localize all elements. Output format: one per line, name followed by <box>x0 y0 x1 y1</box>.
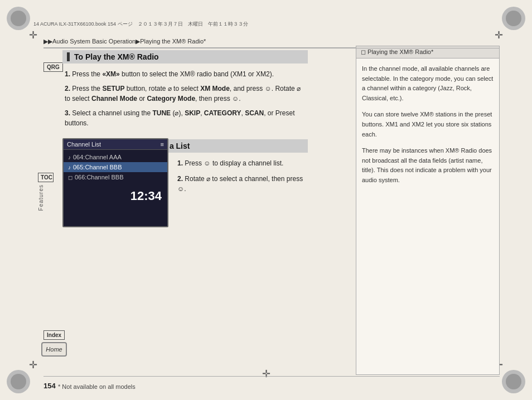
toc-sidebar: TOC Features <box>38 173 54 211</box>
corner-decoration-br <box>502 370 525 393</box>
row2-number: 065: <box>73 164 85 170</box>
s2-step2-number: 2. <box>177 175 183 183</box>
row2-icon: ♪ <box>68 164 71 170</box>
bottom-rule <box>43 376 500 377</box>
qrg-label[interactable]: QRG <box>43 62 63 72</box>
right-panel-para-1: In the channel mode, all available chann… <box>362 64 494 103</box>
screen-content: ♪ 064:Channel AAA ♪ 065:Channel BBB ◻ 06… <box>64 150 167 184</box>
s2-step1-number: 1. <box>177 159 183 167</box>
screen-menu-icon: ≡ <box>161 141 164 148</box>
right-panel-para-3: There may be instances when XM® Radio do… <box>362 146 494 185</box>
right-panel: ◻ Playing the XM® Radio* In the channel … <box>356 46 500 375</box>
screen-title: Channel List <box>67 141 101 148</box>
page-footnote: * Not available on all models <box>58 383 136 390</box>
row3-number: 066: <box>75 174 86 181</box>
screen-row-3: ◻ 066:Channel BBB <box>64 172 167 182</box>
section1-title-bar <box>67 52 70 61</box>
corner-decoration-tr <box>502 7 525 30</box>
page-number: 154 <box>43 382 56 390</box>
channel-list-screen: Channel List ≡ ♪ 064:Channel AAA ♪ 065:C… <box>62 138 168 227</box>
right-panel-body: In the channel mode, all available chann… <box>356 58 499 198</box>
corner-decoration-bl <box>7 370 30 393</box>
toc-text: Features <box>38 184 44 211</box>
section2-step2: 2. Rotate ⌀ to select a channel, then pr… <box>177 174 306 194</box>
row1-number: 064: <box>73 154 85 160</box>
section2-step1: 1. Press ☺ to display a channel list. <box>177 158 306 168</box>
toc-label[interactable]: TOC <box>38 173 54 182</box>
row3-icon: ◻ <box>68 174 72 181</box>
step3-number: 3. <box>65 109 70 117</box>
right-panel-para-2: You can store twelve XM® stations in the… <box>362 110 494 139</box>
section1-title-row: To Play the XM® Radio <box>62 50 308 64</box>
screen-header: Channel List ≡ <box>64 139 167 150</box>
step1: 1. Press the «XM» button to select the X… <box>62 69 308 79</box>
right-panel-title-text: Playing the XM® Radio* <box>367 48 433 55</box>
row1-icon: ♪ <box>68 154 71 160</box>
right-panel-title-check: ◻ <box>361 48 366 55</box>
screen-row-1: ♪ 064:Channel AAA <box>64 152 167 162</box>
section1: To Play the XM® Radio 1. Press the «XM» … <box>62 50 308 133</box>
screen-time: 12:34 <box>64 184 167 206</box>
corner-decoration-tl <box>7 7 30 30</box>
section2-steps: 1. Press ☺ to display a channel list. 2.… <box>177 158 306 199</box>
row2-name: Channel BBB <box>85 164 122 170</box>
step2: 2. Press the SETUP button, rotate ⌀ to s… <box>62 84 308 104</box>
header: 14 ACURA ILX-31TX66100.book 154 ページ ２０１３… <box>33 16 499 32</box>
index-label[interactable]: Index <box>43 330 65 340</box>
home-button[interactable]: Home <box>41 342 67 357</box>
row3-name: Channel BBB <box>86 174 123 181</box>
crosshair-bl: ✛ <box>29 359 37 371</box>
step3: 3. Select a channel using the TUNE (⌀), … <box>62 108 308 128</box>
section1-title: To Play the XM® Radio <box>74 52 159 61</box>
step1-number: 1. <box>65 70 70 78</box>
screen-row-2: ♪ 065:Channel BBB <box>64 162 167 172</box>
row1-name: Channel AAA <box>85 154 121 160</box>
step2-number: 2. <box>65 85 70 92</box>
crosshair-bottom-center: ✛ <box>262 368 270 380</box>
file-info: 14 ACURA ILX-31TX66100.book 154 ページ ２０１３… <box>33 21 248 28</box>
top-rule <box>43 48 500 48</box>
